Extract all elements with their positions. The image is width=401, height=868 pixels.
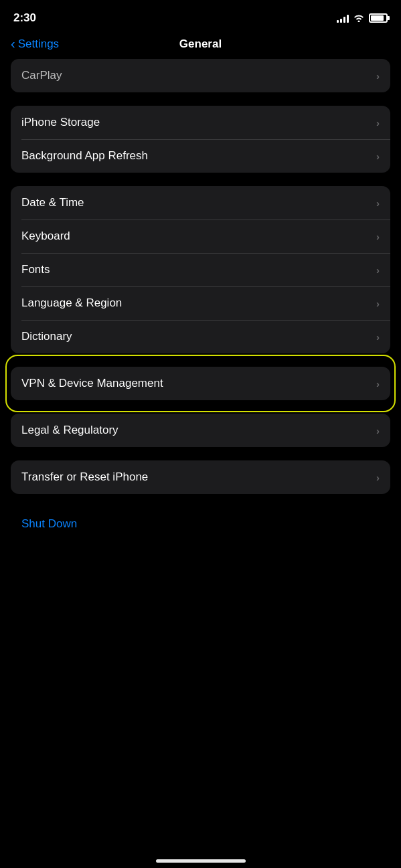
vpn-device-management-row[interactable]: VPN & Device Management ›: [11, 367, 390, 400]
vpn-group: VPN & Device Management ›: [11, 367, 390, 400]
vpn-section: VPN & Device Management ›: [11, 367, 390, 400]
back-label: Settings: [18, 37, 59, 51]
language-region-label: Language & Region: [21, 296, 122, 310]
keyboard-row[interactable]: Keyboard ›: [11, 220, 390, 253]
nav-bar: ‹ Settings General: [0, 32, 401, 59]
vpn-device-management-label: VPN & Device Management: [21, 377, 163, 390]
transfer-reset-row[interactable]: Transfer or Reset iPhone ›: [11, 460, 390, 494]
wifi-icon: [353, 13, 365, 24]
transfer-reset-chevron-icon: ›: [376, 472, 380, 483]
status-time: 2:30: [13, 11, 36, 25]
battery-icon: [369, 13, 388, 23]
carplay-group: CarPlay ›: [11, 59, 390, 92]
carplay-chevron-icon: ›: [376, 70, 380, 82]
language-region-chevron-icon: ›: [376, 298, 380, 309]
content: CarPlay › iPhone Storage › Background Ap…: [0, 59, 401, 541]
iphone-storage-chevron-icon: ›: [376, 117, 380, 128]
datetime-group: Date & Time › Keyboard › Fonts › Languag…: [11, 186, 390, 353]
iphone-storage-label: iPhone Storage: [21, 116, 100, 129]
status-icons: [337, 13, 388, 24]
page-title: General: [179, 37, 222, 51]
fonts-label: Fonts: [21, 263, 50, 276]
transfer-group: Transfer or Reset iPhone ›: [11, 460, 390, 494]
date-time-row[interactable]: Date & Time ›: [11, 186, 390, 220]
transfer-reset-label: Transfer or Reset iPhone: [21, 470, 148, 484]
signal-icon: [337, 13, 349, 23]
keyboard-label: Keyboard: [21, 230, 70, 243]
carplay-label: CarPlay: [21, 69, 62, 82]
dictionary-label: Dictionary: [21, 330, 72, 343]
legal-regulatory-row[interactable]: Legal & Regulatory ›: [11, 414, 390, 447]
transfer-section: Transfer or Reset iPhone ›: [11, 460, 390, 494]
shutdown-row[interactable]: Shut Down: [11, 507, 390, 541]
fonts-chevron-icon: ›: [376, 264, 380, 276]
status-bar: 2:30: [0, 0, 401, 32]
dictionary-chevron-icon: ›: [376, 331, 380, 343]
background-app-refresh-label: Background App Refresh: [21, 149, 148, 163]
fonts-row[interactable]: Fonts ›: [11, 253, 390, 286]
date-time-label: Date & Time: [21, 196, 84, 209]
date-time-chevron-icon: ›: [376, 197, 380, 209]
home-indicator: [156, 859, 246, 863]
keyboard-chevron-icon: ›: [376, 231, 380, 242]
datetime-section: Date & Time › Keyboard › Fonts › Languag…: [11, 186, 390, 353]
carplay-row[interactable]: CarPlay ›: [11, 59, 390, 92]
back-chevron-icon: ‹: [11, 36, 15, 52]
carplay-section: CarPlay ›: [11, 59, 390, 92]
dictionary-row[interactable]: Dictionary ›: [11, 320, 390, 353]
storage-group: iPhone Storage › Background App Refresh …: [11, 106, 390, 173]
back-button[interactable]: ‹ Settings: [11, 37, 59, 52]
legal-section: Legal & Regulatory ›: [11, 414, 390, 447]
vpn-device-management-chevron-icon: ›: [376, 378, 380, 389]
legal-regulatory-label: Legal & Regulatory: [21, 424, 118, 437]
shutdown-label: Shut Down: [21, 517, 77, 531]
language-region-row[interactable]: Language & Region ›: [11, 286, 390, 320]
background-app-refresh-row[interactable]: Background App Refresh ›: [11, 139, 390, 173]
legal-regulatory-chevron-icon: ›: [376, 425, 380, 436]
iphone-storage-row[interactable]: iPhone Storage ›: [11, 106, 390, 139]
storage-section: iPhone Storage › Background App Refresh …: [11, 106, 390, 173]
shutdown-section: Shut Down: [11, 507, 390, 541]
legal-group: Legal & Regulatory ›: [11, 414, 390, 447]
background-app-refresh-chevron-icon: ›: [376, 151, 380, 162]
